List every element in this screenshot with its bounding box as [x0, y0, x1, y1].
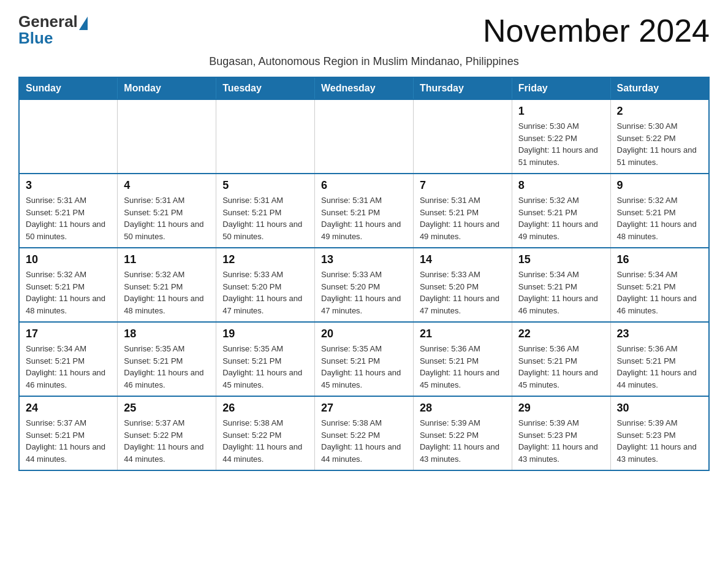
day-number: 22 — [518, 327, 604, 340]
day-info: Sunrise: 5:34 AM Sunset: 5:21 PM Dayligh… — [518, 269, 604, 316]
day-number: 13 — [321, 253, 407, 266]
calendar-day-cell — [315, 99, 414, 174]
day-info: Sunrise: 5:36 AM Sunset: 5:21 PM Dayligh… — [518, 343, 604, 391]
calendar-day-cell — [216, 99, 315, 174]
day-info: Sunrise: 5:38 AM Sunset: 5:22 PM Dayligh… — [222, 417, 308, 465]
day-info: Sunrise: 5:39 AM Sunset: 5:22 PM Dayligh… — [420, 417, 506, 465]
day-info: Sunrise: 5:37 AM Sunset: 5:21 PM Dayligh… — [26, 417, 111, 465]
page-header: General Blue November 2024 — [18, 12, 710, 49]
day-info: Sunrise: 5:30 AM Sunset: 5:22 PM Dayligh… — [518, 120, 604, 168]
calendar-day-cell: 5Sunrise: 5:31 AM Sunset: 5:21 PM Daylig… — [216, 174, 315, 248]
day-number: 17 — [26, 327, 111, 340]
day-number: 29 — [518, 402, 604, 415]
day-number: 2 — [617, 105, 702, 118]
calendar-day-cell: 29Sunrise: 5:39 AM Sunset: 5:23 PM Dayli… — [512, 396, 610, 470]
calendar-day-cell: 23Sunrise: 5:36 AM Sunset: 5:21 PM Dayli… — [610, 322, 709, 396]
day-of-week-header: Friday — [512, 77, 610, 99]
calendar-week-row: 24Sunrise: 5:37 AM Sunset: 5:21 PM Dayli… — [19, 396, 709, 470]
day-info: Sunrise: 5:32 AM Sunset: 5:21 PM Dayligh… — [26, 269, 111, 316]
calendar-day-cell: 20Sunrise: 5:35 AM Sunset: 5:21 PM Dayli… — [315, 322, 414, 396]
day-of-week-header: Tuesday — [216, 77, 315, 99]
day-of-week-header: Wednesday — [315, 77, 414, 99]
day-info: Sunrise: 5:37 AM Sunset: 5:22 PM Dayligh… — [124, 417, 210, 465]
day-info: Sunrise: 5:34 AM Sunset: 5:21 PM Dayligh… — [26, 343, 111, 391]
month-title: November 2024 — [483, 12, 710, 49]
day-number: 24 — [26, 402, 111, 415]
calendar-day-cell: 7Sunrise: 5:31 AM Sunset: 5:21 PM Daylig… — [413, 174, 512, 248]
day-of-week-header: Monday — [118, 77, 216, 99]
day-of-week-header: Saturday — [610, 77, 709, 99]
day-info: Sunrise: 5:36 AM Sunset: 5:21 PM Dayligh… — [617, 343, 702, 391]
calendar-day-cell: 26Sunrise: 5:38 AM Sunset: 5:22 PM Dayli… — [216, 396, 315, 470]
calendar-day-cell: 24Sunrise: 5:37 AM Sunset: 5:21 PM Dayli… — [19, 396, 118, 470]
calendar-day-cell: 11Sunrise: 5:32 AM Sunset: 5:21 PM Dayli… — [118, 248, 216, 322]
logo: General Blue — [18, 12, 88, 48]
calendar-day-cell — [118, 99, 216, 174]
day-info: Sunrise: 5:39 AM Sunset: 5:23 PM Dayligh… — [518, 417, 604, 465]
day-info: Sunrise: 5:31 AM Sunset: 5:21 PM Dayligh… — [420, 194, 506, 242]
day-info: Sunrise: 5:32 AM Sunset: 5:21 PM Dayligh… — [124, 269, 210, 316]
day-info: Sunrise: 5:31 AM Sunset: 5:21 PM Dayligh… — [124, 194, 210, 242]
calendar-week-row: 10Sunrise: 5:32 AM Sunset: 5:21 PM Dayli… — [19, 248, 709, 322]
day-number: 14 — [420, 253, 506, 266]
day-of-week-header: Thursday — [413, 77, 512, 99]
day-number: 3 — [26, 179, 111, 192]
day-number: 18 — [124, 327, 210, 340]
calendar-week-row: 3Sunrise: 5:31 AM Sunset: 5:21 PM Daylig… — [19, 174, 709, 248]
day-number: 11 — [124, 253, 210, 266]
day-number: 25 — [124, 402, 210, 415]
day-number: 12 — [222, 253, 308, 266]
day-info: Sunrise: 5:35 AM Sunset: 5:21 PM Dayligh… — [222, 343, 308, 391]
day-info: Sunrise: 5:32 AM Sunset: 5:21 PM Dayligh… — [518, 194, 604, 242]
logo-triangle-icon — [79, 17, 88, 30]
day-number: 28 — [420, 402, 506, 415]
day-number: 30 — [617, 402, 702, 415]
calendar-day-cell: 10Sunrise: 5:32 AM Sunset: 5:21 PM Dayli… — [19, 248, 118, 322]
calendar-week-row: 1Sunrise: 5:30 AM Sunset: 5:22 PM Daylig… — [19, 99, 709, 174]
calendar-day-cell: 1Sunrise: 5:30 AM Sunset: 5:22 PM Daylig… — [512, 99, 610, 174]
day-number: 7 — [420, 179, 506, 192]
calendar-day-cell: 2Sunrise: 5:30 AM Sunset: 5:22 PM Daylig… — [610, 99, 709, 174]
day-number: 20 — [321, 327, 407, 340]
calendar-day-cell — [19, 99, 118, 174]
calendar-day-cell: 3Sunrise: 5:31 AM Sunset: 5:21 PM Daylig… — [19, 174, 118, 248]
logo-blue-text: Blue — [18, 29, 53, 48]
calendar-day-cell: 16Sunrise: 5:34 AM Sunset: 5:21 PM Dayli… — [610, 248, 709, 322]
calendar-day-cell: 13Sunrise: 5:33 AM Sunset: 5:20 PM Dayli… — [315, 248, 414, 322]
day-number: 8 — [518, 179, 604, 192]
calendar-day-cell — [413, 99, 512, 174]
day-number: 16 — [617, 253, 702, 266]
day-info: Sunrise: 5:33 AM Sunset: 5:20 PM Dayligh… — [420, 269, 506, 316]
day-number: 27 — [321, 402, 407, 415]
day-info: Sunrise: 5:33 AM Sunset: 5:20 PM Dayligh… — [321, 269, 407, 316]
day-info: Sunrise: 5:36 AM Sunset: 5:21 PM Dayligh… — [420, 343, 506, 391]
calendar-day-cell: 12Sunrise: 5:33 AM Sunset: 5:20 PM Dayli… — [216, 248, 315, 322]
calendar-table: SundayMondayTuesdayWednesdayThursdayFrid… — [18, 77, 710, 471]
day-number: 4 — [124, 179, 210, 192]
day-info: Sunrise: 5:33 AM Sunset: 5:20 PM Dayligh… — [222, 269, 308, 316]
calendar-day-cell: 19Sunrise: 5:35 AM Sunset: 5:21 PM Dayli… — [216, 322, 315, 396]
day-info: Sunrise: 5:35 AM Sunset: 5:21 PM Dayligh… — [321, 343, 407, 391]
calendar-day-cell: 28Sunrise: 5:39 AM Sunset: 5:22 PM Dayli… — [413, 396, 512, 470]
calendar-day-cell: 15Sunrise: 5:34 AM Sunset: 5:21 PM Dayli… — [512, 248, 610, 322]
day-info: Sunrise: 5:31 AM Sunset: 5:21 PM Dayligh… — [26, 194, 111, 242]
day-number: 6 — [321, 179, 407, 192]
calendar-day-cell: 21Sunrise: 5:36 AM Sunset: 5:21 PM Dayli… — [413, 322, 512, 396]
day-info: Sunrise: 5:35 AM Sunset: 5:21 PM Dayligh… — [124, 343, 210, 391]
calendar-day-cell: 30Sunrise: 5:39 AM Sunset: 5:23 PM Dayli… — [610, 396, 709, 470]
day-info: Sunrise: 5:34 AM Sunset: 5:21 PM Dayligh… — [617, 269, 702, 316]
day-number: 21 — [420, 327, 506, 340]
day-number: 1 — [518, 105, 604, 118]
day-of-week-header: Sunday — [19, 77, 118, 99]
day-info: Sunrise: 5:32 AM Sunset: 5:21 PM Dayligh… — [617, 194, 702, 242]
calendar-day-cell: 14Sunrise: 5:33 AM Sunset: 5:20 PM Dayli… — [413, 248, 512, 322]
calendar-day-cell: 6Sunrise: 5:31 AM Sunset: 5:21 PM Daylig… — [315, 174, 414, 248]
day-number: 5 — [222, 179, 308, 192]
day-number: 19 — [222, 327, 308, 340]
calendar-day-cell: 8Sunrise: 5:32 AM Sunset: 5:21 PM Daylig… — [512, 174, 610, 248]
day-number: 26 — [222, 402, 308, 415]
day-number: 23 — [617, 327, 702, 340]
day-number: 15 — [518, 253, 604, 266]
calendar-day-cell: 18Sunrise: 5:35 AM Sunset: 5:21 PM Dayli… — [118, 322, 216, 396]
calendar-day-cell: 9Sunrise: 5:32 AM Sunset: 5:21 PM Daylig… — [610, 174, 709, 248]
